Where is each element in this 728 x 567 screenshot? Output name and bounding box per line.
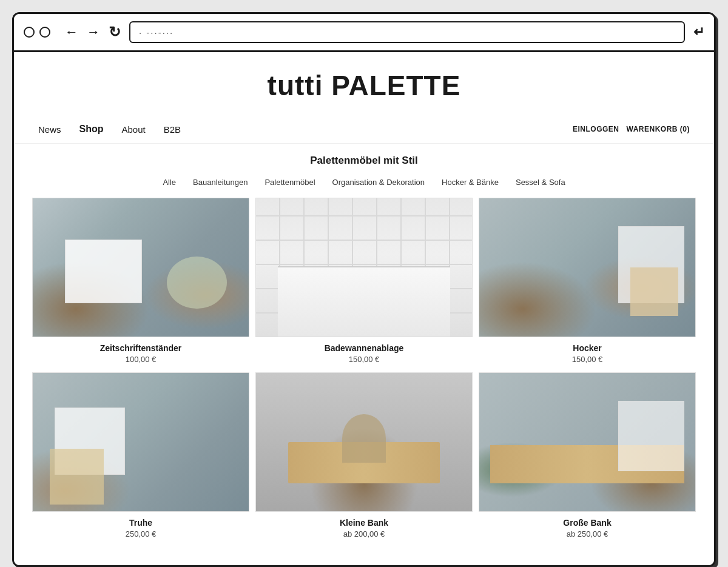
product-price-truhe: 250,00 € bbox=[35, 529, 247, 538]
site-tagline: Palettenmöbel mit Stil bbox=[14, 144, 714, 173]
product-name-hocker: Hocker bbox=[481, 343, 693, 353]
main-nav-right: EINLOGGEN WARENKORB (0) bbox=[573, 125, 690, 133]
browser-chrome: ↵ bbox=[14, 14, 714, 52]
product-price-zeitschriftenstaender: 100,00 € bbox=[35, 355, 247, 364]
cat-alle[interactable]: Alle bbox=[163, 178, 176, 187]
site-header: tutti PALETTE bbox=[14, 52, 714, 115]
nav-shop[interactable]: Shop bbox=[79, 115, 104, 143]
browser-nav-icons bbox=[65, 25, 121, 39]
product-hocker[interactable]: Hocker 150,00 € bbox=[479, 198, 696, 366]
product-image-grosse-bank bbox=[479, 372, 696, 512]
products-grid: Zeitschriftenständer 100,00 € Badewannen… bbox=[14, 198, 714, 565]
browser-dot-1 bbox=[24, 27, 35, 38]
product-info-zeitschriftenstaender: Zeitschriftenständer 100,00 € bbox=[32, 337, 249, 366]
product-price-badewannenablage: 150,00 € bbox=[258, 355, 470, 364]
product-name-zeitschriftenstaender: Zeitschriftenständer bbox=[35, 343, 247, 353]
cat-palettenmoebel[interactable]: Palettenmöbel bbox=[265, 178, 315, 187]
main-nav-left: News Shop About B2B bbox=[38, 115, 181, 143]
product-kleine-bank[interactable]: Kleine Bank ab 200,00 € bbox=[255, 372, 473, 541]
products-row-1: Zeitschriftenständer 100,00 € Badewannen… bbox=[32, 198, 696, 366]
website-content: tutti PALETTE News Shop About B2B EINLOG… bbox=[14, 52, 714, 565]
product-price-kleine-bank: ab 200,00 € bbox=[258, 529, 470, 538]
product-name-grosse-bank: Große Bank bbox=[481, 518, 693, 528]
cat-organisation[interactable]: Organisation & Dekoration bbox=[332, 178, 425, 187]
product-image-hocker bbox=[479, 198, 696, 337]
site-title: tutti PALETTE bbox=[38, 69, 690, 102]
product-name-badewannenablage: Badewannenablage bbox=[258, 343, 470, 353]
refresh-button[interactable] bbox=[109, 25, 121, 39]
title-part1: tutti bbox=[268, 70, 323, 101]
product-info-badewannenablage: Badewannenablage 150,00 € bbox=[255, 337, 473, 366]
product-image-kleine-bank bbox=[255, 372, 473, 512]
forward-button[interactable] bbox=[87, 25, 100, 39]
product-info-hocker: Hocker 150,00 € bbox=[479, 337, 696, 366]
browser-dots bbox=[24, 27, 50, 38]
title-part2: PALETTE bbox=[331, 70, 460, 101]
cart-button[interactable]: WARENKORB (0) bbox=[627, 125, 690, 133]
cat-sessel[interactable]: Sessel & Sofa bbox=[516, 178, 565, 187]
login-button[interactable]: EINLOGGEN bbox=[573, 125, 619, 133]
product-price-hocker: 150,00 € bbox=[481, 355, 693, 364]
product-name-kleine-bank: Kleine Bank bbox=[258, 518, 470, 528]
nav-news[interactable]: News bbox=[38, 116, 61, 143]
product-truhe[interactable]: Truhe 250,00 € bbox=[32, 372, 249, 541]
browser-dot-2 bbox=[39, 27, 50, 38]
enter-button[interactable]: ↵ bbox=[693, 24, 704, 40]
product-name-truhe: Truhe bbox=[35, 518, 247, 528]
nav-about[interactable]: About bbox=[122, 116, 146, 143]
cat-hocker[interactable]: Hocker & Bänke bbox=[442, 178, 499, 187]
product-info-truhe: Truhe 250,00 € bbox=[32, 512, 249, 541]
product-badewannenablage[interactable]: Badewannenablage 150,00 € bbox=[255, 198, 473, 366]
product-zeitschriftenstaender[interactable]: Zeitschriftenständer 100,00 € bbox=[32, 198, 249, 366]
product-price-grosse-bank: ab 250,00 € bbox=[481, 529, 693, 538]
category-nav: Alle Bauanleitungen Palettenmöbel Organi… bbox=[14, 173, 714, 198]
product-grosse-bank[interactable]: Große Bank ab 250,00 € bbox=[479, 372, 696, 541]
product-info-kleine-bank: Kleine Bank ab 200,00 € bbox=[255, 512, 473, 541]
url-bar[interactable] bbox=[129, 21, 685, 43]
nav-b2b[interactable]: B2B bbox=[164, 116, 181, 143]
product-image-truhe bbox=[32, 372, 249, 512]
main-nav: News Shop About B2B EINLOGGEN WARENKORB … bbox=[14, 115, 714, 144]
cat-bauanleitungen[interactable]: Bauanleitungen bbox=[193, 178, 248, 187]
back-button[interactable] bbox=[65, 25, 78, 39]
product-image-zeitschriftenstaender bbox=[32, 198, 249, 337]
browser-window: ↵ tutti PALETTE News Shop About B2B EINL… bbox=[12, 12, 716, 567]
product-info-grosse-bank: Große Bank ab 250,00 € bbox=[479, 512, 696, 541]
product-image-badewannenablage bbox=[255, 198, 473, 337]
products-row-2: Truhe 250,00 € Kleine Bank ab 200,00 € G… bbox=[32, 372, 696, 541]
